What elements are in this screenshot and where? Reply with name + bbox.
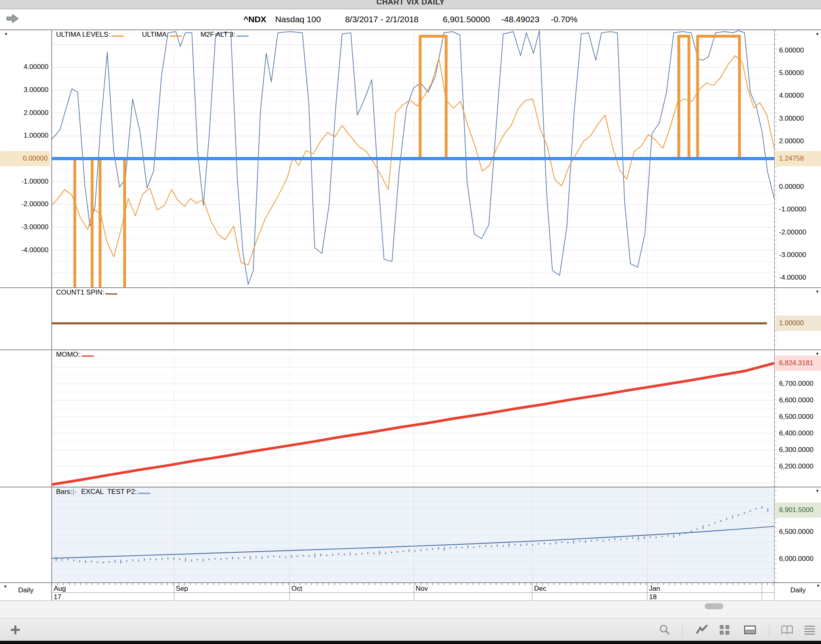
axis-label: 4.00000 — [24, 63, 48, 71]
scrollbar-thumb[interactable] — [705, 603, 723, 609]
series-momo — [52, 363, 774, 484]
axis-highlight-value: 0.00000 — [0, 151, 50, 166]
interval-selector-left[interactable]: ▼ Daily — [0, 583, 52, 600]
horizontal-scrollbar[interactable] — [0, 601, 821, 619]
pane3-legend: MOMO: — [56, 351, 112, 359]
axis-label: -1.00000 — [779, 205, 806, 213]
axis-label: 6,500.0000 — [779, 413, 813, 421]
pane1-right-axis[interactable]: 6.000005.000004.000003.000002.000000.000… — [775, 30, 821, 287]
grid-layout-icon[interactable] — [718, 624, 731, 636]
pane-canvas — [52, 487, 774, 582]
pane-separator[interactable] — [0, 349, 821, 350]
book-icon[interactable] — [781, 624, 794, 636]
axis-label: 6,500.0000 — [779, 528, 813, 536]
axis-label: 1.00000 — [24, 132, 48, 140]
interval-dropdown-icon[interactable]: ▼ — [3, 585, 7, 589]
month-label: Aug — [52, 585, 66, 593]
axis-label: 6.00000 — [779, 46, 804, 54]
axis-label: -3.00000 — [21, 223, 48, 231]
month-label: Dec — [532, 585, 546, 593]
legend-swatch — [105, 293, 117, 295]
legend-swatch — [138, 493, 150, 494]
month-axis[interactable]: Aug17SepOctNovDecJan18 — [52, 583, 774, 600]
last-price: 6,901.50000 — [443, 15, 490, 24]
pane-indicators[interactable]: ULTIMA LEVELS:ULTIMA:M2F ALT 3: — [52, 30, 774, 287]
interval-label: Daily — [775, 586, 821, 594]
pane4-right-axis[interactable]: 6,500.00006,000.00006,901.5000 — [775, 487, 821, 582]
pane2-legend: COUNT1 SPIN: — [56, 289, 136, 297]
year-divider-line — [52, 592, 774, 593]
pane-separator[interactable] — [0, 287, 821, 288]
chart-header: ^NDX Nasdaq 100 8/3/2017 - 2/1/2018 6,90… — [0, 9, 821, 30]
bottom-toolbar — [0, 618, 821, 641]
pane2-dropdown-icon[interactable]: ▼ — [815, 290, 819, 294]
price-change-pct: -0.70% — [551, 15, 578, 24]
axis-label: -1.00000 — [21, 178, 48, 186]
pane4-dropdown-icon[interactable]: ▼ — [815, 489, 819, 493]
axis-highlight-value: 6,901.5000 — [775, 502, 821, 518]
trend-line-icon[interactable] — [695, 624, 708, 636]
pane2-right-axis[interactable]: 1.00000 — [775, 288, 821, 349]
legend-label: ULTIMA: — [142, 31, 169, 39]
month-label: Oct — [289, 585, 302, 593]
axis-label: 5.00000 — [779, 69, 804, 77]
search-icon[interactable] — [658, 624, 671, 636]
axis-label: 3.00000 — [779, 115, 804, 123]
pane-separator[interactable] — [0, 487, 821, 487]
time-axis: ▼ Daily Aug17SepOctNovDecJan18 ▼ Daily — [0, 583, 821, 600]
pane3-dropdown-icon[interactable]: ▼ — [815, 352, 819, 356]
pane1-left-dropdown-icon[interactable]: ▼ — [4, 32, 8, 36]
axis-label: -2.00000 — [21, 200, 48, 208]
axis-label: 6,000.0000 — [779, 555, 813, 563]
year-label: 17 — [52, 593, 61, 601]
axis-label: 4.00000 — [779, 92, 804, 100]
axis-label: 6,700.0000 — [779, 380, 813, 388]
year-label: 18 — [647, 593, 657, 601]
axis-label: 0.00000 — [779, 183, 804, 191]
axis-label: -3.00000 — [779, 251, 806, 259]
axis-label: -4.00000 — [779, 274, 806, 282]
legend-label: ULTIMA LEVELS: — [56, 31, 110, 39]
month-label: Nov — [414, 585, 428, 593]
pane1-dropdown-icon[interactable]: ▼ — [815, 32, 819, 36]
month-label: Sep — [174, 585, 188, 593]
date-range: 8/3/2017 - 2/1/2018 — [345, 15, 419, 24]
date-tick-ruler — [52, 583, 774, 585]
pane1-left-axis[interactable]: 4.000003.000002.000001.00000-1.00000-2.0… — [0, 30, 51, 287]
series-excal-test-p2 — [52, 527, 774, 558]
series-ultima-levels — [52, 36, 774, 287]
window-title-bar: CHART VIX DAILY — [0, 0, 821, 9]
menu-icon[interactable] — [803, 624, 816, 636]
pane-momo[interactable]: MOMO: — [52, 350, 774, 487]
forward-arrow-icon[interactable] — [6, 13, 19, 25]
legend-label: M2F ALT 3: — [201, 31, 235, 39]
split-panel-icon[interactable] — [744, 624, 756, 636]
pane-count1-spin[interactable]: COUNT1 SPIN: — [52, 288, 774, 349]
legend-label: COUNT1 SPIN: — [56, 289, 104, 297]
add-pane-icon[interactable] — [9, 624, 22, 636]
interval-label: Daily — [0, 586, 52, 594]
axis-label: 6,200.0000 — [779, 462, 813, 470]
symbol-name: Nasdaq 100 — [275, 15, 321, 24]
pane-canvas — [52, 288, 774, 349]
pane-canvas — [52, 30, 774, 287]
bar-style-glyph: |- — [73, 488, 77, 496]
axis-label: 6,300.0000 — [779, 446, 813, 454]
axis-highlight-value: 6,824.3181 — [775, 355, 821, 371]
interval-selector-right[interactable]: ▼ Daily — [774, 583, 821, 600]
symbol-summary: ^NDX Nasdaq 100 8/3/2017 - 2/1/2018 6,90… — [243, 15, 578, 24]
legend-swatch — [170, 36, 182, 37]
pane3-right-axis[interactable]: 6,700.00006,600.00006,500.00006,400.0000… — [775, 350, 821, 487]
axis-label: 2.00000 — [24, 109, 48, 117]
toolbar-separator — [682, 623, 683, 637]
axis-label: -4.00000 — [21, 246, 48, 254]
pane-price-bars[interactable]: Bars:|-EXCAL TEST P2: — [52, 487, 774, 582]
left-gutter-line — [51, 30, 52, 600]
legend-swatch — [82, 355, 94, 357]
axis-label: 2.00000 — [779, 137, 804, 145]
interval-dropdown-icon[interactable]: ▼ — [816, 584, 820, 588]
toolbar-separator — [769, 623, 769, 637]
axis-highlight-value: 1.00000 — [775, 316, 821, 331]
pane-canvas — [52, 350, 774, 487]
legend-swatch — [111, 36, 124, 37]
